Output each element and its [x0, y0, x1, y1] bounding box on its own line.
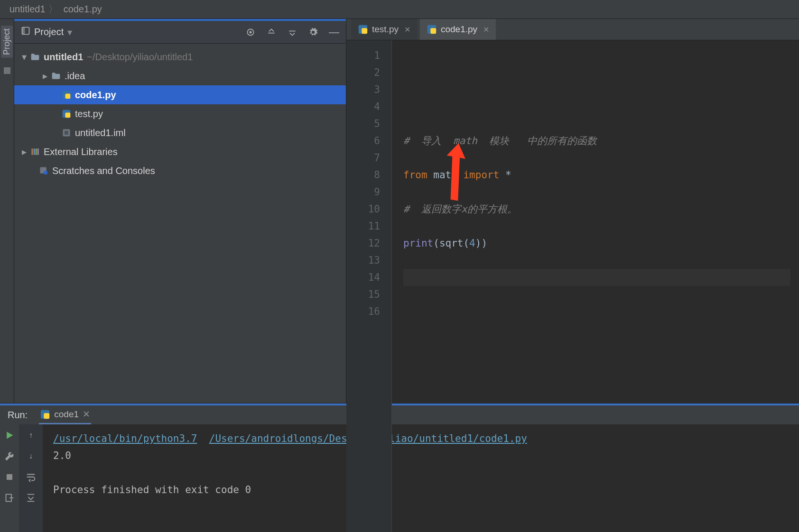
svg-marker-22 — [444, 143, 468, 201]
locate-icon[interactable] — [245, 27, 256, 37]
run-action-gutter-1 — [0, 424, 19, 532]
run-tab-code1[interactable]: code1 ✕ — [39, 405, 91, 424]
gear-icon[interactable] — [308, 27, 318, 37]
tree-row-test[interactable]: test.py — [14, 104, 346, 123]
tree-row-code1[interactable]: code1.py — [14, 85, 346, 104]
editor-area: test.py ✕ code1.py ✕ 1234567891011121314… — [346, 19, 799, 403]
annotation-arrow — [444, 143, 473, 204]
close-icon[interactable]: ✕ — [83, 409, 90, 420]
folder-icon — [30, 53, 40, 61]
tree-row-project-root[interactable]: ▾ untitled1 ~/Desktop/yiliao/untitled1 — [14, 47, 346, 66]
code-comment: # 导入 math 模块 中的所有的函数 — [403, 135, 597, 147]
chevron-down-icon: ▾ — [20, 51, 28, 63]
svg-rect-12 — [32, 148, 33, 155]
svg-rect-13 — [34, 148, 35, 155]
project-view-icon — [21, 26, 30, 38]
chevron-right-icon: ▸ — [41, 70, 49, 82]
svg-marker-25 — [7, 432, 13, 439]
chevron-right-icon: ▸ — [20, 146, 28, 157]
svg-rect-21 — [430, 28, 436, 34]
breadcrumb: untitled1 〉 code1.py — [0, 0, 799, 19]
project-root-name: untitled1 — [44, 52, 83, 63]
svg-rect-14 — [36, 148, 37, 155]
editor-body[interactable]: 12345678910111213141516 # 导入 math 模块 中的所… — [346, 40, 799, 532]
tab-label: code1.py — [441, 24, 477, 35]
run-action-gutter-2: ↑ ↓ — [19, 424, 43, 532]
python-file-icon — [62, 90, 71, 100]
project-root-path: ~/Desktop/yiliao/untitled1 — [87, 52, 193, 63]
code-keyword: from — [403, 169, 427, 181]
svg-rect-3 — [22, 28, 25, 35]
code-comment: # 返回数字x的平方根。 — [403, 203, 517, 215]
svg-rect-7 — [65, 94, 71, 99]
breadcrumb-file[interactable]: code1.py — [64, 4, 102, 15]
project-tree: ▾ untitled1 ~/Desktop/yiliao/untitled1 ▸… — [14, 44, 346, 180]
tree-label-code1: code1.py — [75, 90, 116, 101]
expand-all-icon[interactable] — [266, 27, 277, 37]
down-arrow-icon[interactable]: ↓ — [26, 451, 36, 461]
code-star: * — [505, 169, 511, 181]
svg-point-5 — [250, 31, 251, 33]
scratches-icon — [39, 166, 48, 175]
tab-code1[interactable]: code1.py ✕ — [420, 19, 496, 40]
dropdown-chevron-icon[interactable]: ▾ — [67, 27, 72, 38]
python-file-icon — [40, 409, 50, 420]
tree-label-iml: untitled1.iml — [75, 128, 126, 138]
breadcrumb-root[interactable]: untitled1 — [9, 4, 46, 15]
python-file-icon — [427, 24, 437, 35]
tab-label: test.py — [372, 24, 399, 35]
run-tab-label: code1 — [54, 409, 79, 420]
python-file-icon — [62, 109, 71, 119]
tree-label-idea: .idea — [65, 71, 85, 82]
code-func: print — [403, 238, 433, 249]
stop-icon[interactable] — [4, 472, 15, 482]
close-icon[interactable]: ✕ — [404, 25, 410, 34]
collapse-all-icon[interactable] — [287, 27, 297, 37]
code-call: sqrt — [439, 238, 464, 249]
soft-wrap-icon[interactable] — [26, 472, 36, 482]
svg-rect-15 — [37, 148, 39, 155]
folder-icon — [51, 72, 61, 80]
tree-row-iml[interactable]: untitled1.iml — [14, 123, 346, 142]
module-file-icon — [62, 128, 71, 138]
project-toolbar: Project ▾ — — [14, 19, 346, 44]
tab-test[interactable]: test.py ✕ — [351, 19, 417, 40]
close-icon[interactable]: ✕ — [483, 25, 489, 34]
svg-rect-11 — [65, 131, 68, 135]
code-content[interactable]: # 导入 math 模块 中的所有的函数 from math import * … — [392, 40, 799, 532]
run-title: Run: — [8, 410, 28, 421]
chevron-right-icon: 〉 — [48, 3, 58, 16]
tree-row-scratches[interactable]: Scratches and Consoles — [14, 161, 346, 180]
svg-rect-26 — [7, 474, 12, 480]
structure-tool-icon[interactable] — [4, 67, 10, 74]
left-tool-stripe: Project — [0, 19, 14, 403]
code-number: 4 — [469, 238, 475, 249]
svg-rect-19 — [362, 28, 367, 34]
run-play-icon[interactable] — [4, 430, 15, 440]
editor-tabs: test.py ✕ code1.py ✕ — [346, 19, 799, 40]
tree-label-test: test.py — [75, 109, 103, 119]
tree-row-idea[interactable]: ▸ .idea — [14, 66, 346, 85]
python-file-icon — [358, 24, 368, 35]
scroll-to-end-icon[interactable] — [26, 493, 36, 503]
settings-wrench-icon[interactable] — [4, 451, 15, 461]
line-gutter: 12345678910111213141516 — [346, 40, 392, 532]
hide-icon[interactable]: — — [329, 27, 339, 37]
exit-icon[interactable] — [4, 493, 15, 503]
project-panel: Project ▾ — ▾ untitled1 ~/Desktop/yiliao… — [14, 19, 346, 403]
project-panel-title[interactable]: Project — [34, 27, 64, 37]
svg-rect-9 — [65, 113, 71, 118]
tree-label-ext: External Libraries — [44, 147, 118, 157]
console-interpreter-link[interactable]: /usr/local/bin/python3.7 — [53, 433, 197, 444]
tree-label-scratches: Scratches and Consoles — [52, 165, 155, 176]
svg-rect-24 — [44, 413, 50, 419]
tree-row-external-libraries[interactable]: ▸ External Libraries — [14, 142, 346, 161]
project-tool-tab[interactable]: Project — [1, 26, 13, 58]
svg-point-17 — [44, 171, 47, 174]
up-arrow-icon[interactable]: ↑ — [26, 430, 36, 440]
library-icon — [30, 147, 40, 156]
